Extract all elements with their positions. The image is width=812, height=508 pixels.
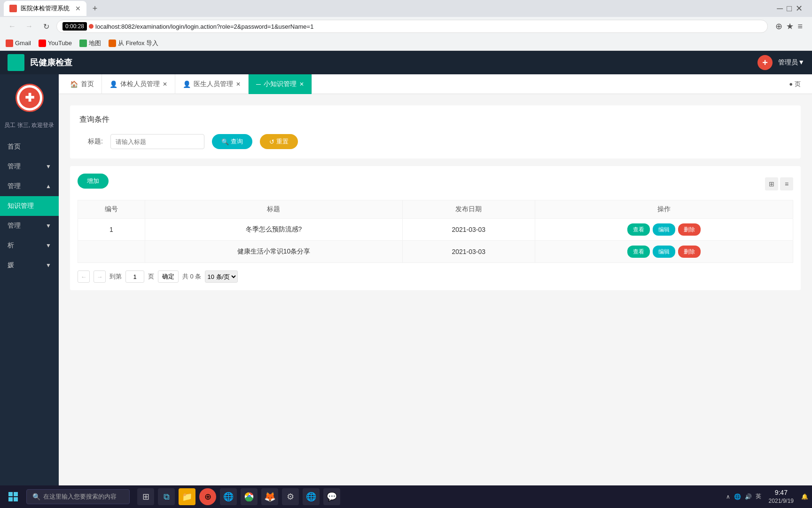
bookmark-firefox[interactable]: 从 Firefox 导入 <box>109 39 158 48</box>
page-unit-label: 页 <box>148 272 154 281</box>
reload-button[interactable]: ↻ <box>39 20 53 33</box>
list-view-icon[interactable]: ≡ <box>780 177 793 190</box>
browser-minimize[interactable]: ─ <box>777 4 783 14</box>
settings-icon[interactable]: ≡ <box>797 22 803 32</box>
tab-knowledge-management[interactable]: ─ 小知识管理 ✕ <box>249 74 312 94</box>
taskbar-files-icon[interactable]: 📁 <box>179 488 195 505</box>
tab-home-icon: 🏠 <box>70 80 78 88</box>
forward-button[interactable]: → <box>23 20 36 33</box>
header-right: + 管理员▼ <box>757 55 804 70</box>
taskbar-right: ∧ 🌐 🔊 英 9:47 2021/9/19 🔔 <box>726 488 808 505</box>
page-number-input[interactable] <box>125 270 144 283</box>
tab-patient-close[interactable]: ✕ <box>163 81 167 87</box>
bookmark-gmail[interactable]: Gmail <box>6 40 31 47</box>
sidebar-item-knowledge[interactable]: 知识管理 <box>0 196 59 216</box>
taskbar-arrow-icon[interactable]: ∧ <box>726 493 730 500</box>
bookmark-star-icon[interactable]: ★ <box>786 21 794 32</box>
tab-knowledge-close[interactable]: ✕ <box>299 81 304 87</box>
sidebar-item-management2[interactable]: 管理 ▲ <box>0 176 59 196</box>
tab-doctor-label: 医生人员管理 <box>194 80 233 88</box>
sidebar-item-management3-arrow: ▼ <box>46 222 51 229</box>
sidebar-item-management1[interactable]: 管理 ▼ <box>0 157 59 176</box>
bookmark-firefox-label: 从 Firefox 导入 <box>118 39 158 48</box>
row2-edit-button[interactable]: 编辑 <box>653 246 675 258</box>
taskbar-widgets-icon[interactable]: ⧉ <box>158 488 175 505</box>
page-confirm-button[interactable]: 确定 <box>158 270 179 283</box>
tab-knowledge-icon: ─ <box>256 80 261 88</box>
clock-time: 9:47 <box>769 488 794 498</box>
row2-delete-button[interactable]: 删除 <box>678 246 701 258</box>
row1-action-btns: 查看 编辑 删除 <box>539 223 789 236</box>
taskbar-notification-icon[interactable]: 🔔 <box>801 493 808 500</box>
reset-button[interactable]: ↺ 重置 <box>260 134 298 149</box>
plus-icon-label: + <box>762 57 768 68</box>
page-size-select[interactable]: 10 条/页 20 条/页 50 条/页 <box>205 270 238 283</box>
tab-doctor-close[interactable]: ✕ <box>236 81 241 87</box>
sidebar: ✚ 员工 张三, 欢迎登录 首页 管理 ▼ 管理 ▲ 知识管理 管理 ▼ 析 ▼… <box>0 74 59 508</box>
add-button[interactable]: 增加 <box>78 174 109 189</box>
tab-doctor-management[interactable]: 👤 医生人员管理 ✕ <box>175 74 249 94</box>
taskbar-volume-icon[interactable]: 🔊 <box>745 493 752 500</box>
sidebar-item-management1-arrow: ▼ <box>46 163 51 170</box>
logo-cross-icon: ✚ <box>25 91 34 104</box>
taskbar-app5-icon[interactable]: 💬 <box>323 488 340 505</box>
app-header: 民健康检查 + 管理员▼ <box>0 51 812 74</box>
taskbar-icons: ⊞ ⧉ 📁 ⊕ 🌐 🦊 ⚙ 🌐 💬 <box>137 488 340 505</box>
row2-view-button[interactable]: 查看 <box>627 246 650 258</box>
taskbar-chrome-icon[interactable] <box>241 488 258 505</box>
query-label: 标题: <box>79 137 103 146</box>
row1-date: 2021-03-03 <box>403 219 535 241</box>
row2-id <box>78 241 145 263</box>
svg-rect-1 <box>14 492 18 496</box>
taskbar-firefox-icon[interactable]: 🦊 <box>261 488 278 505</box>
address-bar[interactable]: 0:00:28 localhost:8082/examination/login… <box>56 20 768 33</box>
page-prev-button[interactable]: ← <box>78 270 90 283</box>
profile-icon[interactable]: ⊕ <box>775 21 782 32</box>
plus-circle-icon[interactable]: + <box>757 55 773 70</box>
taskbar-app1-icon[interactable]: ⊕ <box>199 488 216 505</box>
search-input[interactable] <box>110 134 204 149</box>
bookmark-maps[interactable]: 地图 <box>79 39 101 48</box>
search-button[interactable]: 🔍 查询 <box>212 134 252 149</box>
col-date-header: 发布日期 <box>403 200 535 219</box>
sidebar-item-analysis-label: 析 <box>8 241 46 250</box>
browser-close[interactable]: ✕ <box>796 3 803 14</box>
taskbar-app4-icon[interactable]: 🌐 <box>303 488 320 505</box>
taskbar-app3-icon[interactable]: ⚙ <box>282 488 299 505</box>
back-button[interactable]: ← <box>6 20 19 33</box>
taskbar-view-icon[interactable]: ⊞ <box>137 488 154 505</box>
row1-view-button[interactable]: 查看 <box>627 223 650 236</box>
tab-patient-management[interactable]: 👤 体检人员管理 ✕ <box>102 74 175 94</box>
taskbar-search-bar[interactable]: 🔍 在这里输入您要搜索的内容 <box>26 489 130 504</box>
row1-delete-button[interactable]: 删除 <box>678 223 701 236</box>
browser-maximize[interactable]: □ <box>787 4 792 14</box>
taskbar: 🔍 在这里输入您要搜索的内容 ⊞ ⧉ 📁 ⊕ 🌐 🦊 ⚙ 🌐 💬 ∧ 🌐 🔊 英… <box>0 485 812 508</box>
sidebar-item-management3[interactable]: 管理 ▼ <box>0 216 59 236</box>
bookmark-youtube[interactable]: YouTube <box>39 40 72 47</box>
windows-start-button[interactable] <box>4 488 23 505</box>
windows-logo-icon <box>8 492 18 501</box>
row1-actions: 查看 编辑 删除 <box>535 219 793 241</box>
tab-home[interactable]: 🏠 首页 <box>62 74 102 94</box>
query-section-title: 查询条件 <box>79 115 791 125</box>
tab-close-button[interactable]: ✕ <box>75 5 81 12</box>
sidebar-item-media[interactable]: 媛 ▼ <box>0 255 59 275</box>
new-tab-button[interactable]: + <box>88 2 102 15</box>
sidebar-item-home[interactable]: 首页 <box>0 137 59 157</box>
main-content: 🏠 首页 👤 体检人员管理 ✕ 👤 医生人员管理 ✕ ─ 小知识管理 ✕ ● 页 <box>59 74 812 508</box>
row1-edit-button[interactable]: 编辑 <box>653 223 675 236</box>
sidebar-item-analysis[interactable]: 析 ▼ <box>0 236 59 255</box>
taskbar-clock[interactable]: 9:47 2021/9/19 <box>769 488 794 505</box>
user-label[interactable]: 管理员▼ <box>778 58 804 67</box>
browser-tab-active[interactable]: 医院体检管理系统 ✕ <box>4 1 86 16</box>
url-text: localhost:8082/examination/login/login.a… <box>95 23 762 30</box>
clock-date: 2021/9/19 <box>769 497 794 505</box>
taskbar-app2-icon[interactable]: 🌐 <box>220 488 237 505</box>
grid-view-icon[interactable]: ⊞ <box>765 177 778 190</box>
tab-doctor-icon: 👤 <box>183 80 191 88</box>
sidebar-logo: ✚ <box>0 74 59 121</box>
bookmarks-bar: Gmail YouTube 地图 从 Firefox 导入 <box>0 36 812 51</box>
page-next-button[interactable]: → <box>94 270 106 283</box>
header-green-square <box>8 54 24 71</box>
taskbar-network-icon[interactable]: 🌐 <box>734 493 741 500</box>
